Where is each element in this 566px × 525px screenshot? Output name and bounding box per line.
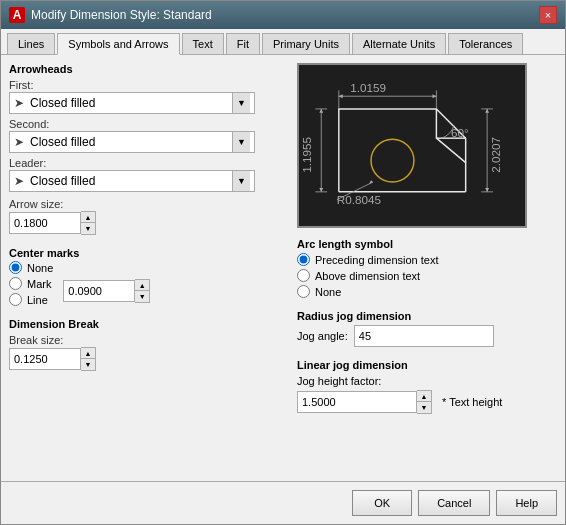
tab-bar: Lines Symbols and Arrows Text Fit Primar…: [1, 29, 565, 55]
help-button[interactable]: Help: [496, 490, 557, 516]
close-button[interactable]: ×: [539, 6, 557, 24]
arrow-size-input[interactable]: 0.1800: [9, 212, 81, 234]
jog-height-down[interactable]: ▼: [417, 402, 431, 413]
break-size-input-group: 0.1250 ▲ ▼: [9, 347, 289, 371]
second-arrow-icon: ➤: [14, 135, 24, 149]
dimension-break-section: Dimension Break Break size: 0.1250 ▲ ▼: [9, 318, 289, 371]
app-icon: A: [9, 7, 25, 23]
svg-text:R0.8045: R0.8045: [337, 193, 382, 206]
leader-label: Leader:: [9, 157, 289, 169]
break-size-label: Break size:: [9, 334, 289, 346]
center-none-radio[interactable]: [9, 261, 22, 274]
center-line-row: Line: [9, 293, 53, 306]
dimension-break-label: Dimension Break: [9, 318, 289, 330]
center-mark-label: Mark: [27, 278, 51, 290]
radius-jog-section: Radius jog dimension Jog angle: 45: [297, 310, 557, 347]
jog-angle-input[interactable]: 45: [354, 325, 494, 347]
footer: OK Cancel Help: [1, 481, 565, 524]
arc-length-label: Arc length symbol: [297, 238, 557, 250]
arc-above-label: Above dimension text: [315, 270, 420, 282]
arc-preceding-radio[interactable]: [297, 253, 310, 266]
center-mark-radio[interactable]: [9, 277, 22, 290]
center-value-spinner: ▲ ▼: [135, 279, 150, 303]
break-size-input[interactable]: 0.1250: [9, 348, 81, 370]
arrow-size-spinner: ▲ ▼: [81, 211, 96, 235]
preview-svg: 1.0159 1.1955 2.0207 R0.8045 60°: [299, 65, 525, 226]
break-size-spinner: ▲ ▼: [81, 347, 96, 371]
linear-jog-section: Linear jog dimension Jog height factor: …: [297, 359, 557, 414]
arc-above-radio[interactable]: [297, 269, 310, 282]
center-value-group: 0.0900 ▲ ▼: [63, 279, 150, 303]
svg-text:1.1955: 1.1955: [300, 136, 313, 172]
leader-dropdown-btn[interactable]: ▼: [232, 171, 250, 191]
jog-height-input-row: 1.5000 ▲ ▼ * Text height: [297, 390, 557, 414]
arc-none-radio[interactable]: [297, 285, 310, 298]
jog-height-input[interactable]: 1.5000: [297, 391, 417, 413]
first-select[interactable]: ➤ Closed filled ▼: [9, 92, 255, 114]
first-label: First:: [9, 79, 289, 91]
first-select-value: ➤ Closed filled: [14, 96, 95, 110]
arc-length-radio-group: Preceding dimension text Above dimension…: [297, 253, 557, 298]
center-marks-row: None Mark Line 0.0900: [9, 261, 289, 306]
center-input-side: 0.0900 ▲ ▼: [63, 279, 150, 303]
linear-jog-label: Linear jog dimension: [297, 359, 557, 371]
arc-preceding-row: Preceding dimension text: [297, 253, 557, 266]
tab-text[interactable]: Text: [182, 33, 224, 54]
second-select-row: ➤ Closed filled ▼: [9, 131, 289, 153]
second-dropdown-btn[interactable]: ▼: [232, 132, 250, 152]
leader-arrow-icon: ➤: [14, 174, 24, 188]
leader-field-group: Leader: ➤ Closed filled ▼: [9, 157, 289, 192]
tab-primary-units[interactable]: Primary Units: [262, 33, 350, 54]
center-marks-radio-group: None Mark Line: [9, 261, 53, 306]
radius-jog-label: Radius jog dimension: [297, 310, 557, 322]
first-select-row: ➤ Closed filled ▼: [9, 92, 289, 114]
leader-select-row: ➤ Closed filled ▼: [9, 170, 289, 192]
center-marks-label: Center marks: [9, 247, 289, 259]
jog-height-input-group: 1.5000 ▲ ▼: [297, 390, 432, 414]
center-value-input[interactable]: 0.0900: [63, 280, 135, 302]
tab-tolerances[interactable]: Tolerances: [448, 33, 523, 54]
arrow-size-input-group: 0.1800 ▲ ▼: [9, 211, 289, 235]
arc-none-label: None: [315, 286, 341, 298]
arc-above-row: Above dimension text: [297, 269, 557, 282]
title-bar-left: A Modify Dimension Style: Standard: [9, 7, 212, 23]
break-size-group: Break size: 0.1250 ▲ ▼: [9, 334, 289, 371]
arrowheads-section: Arrowheads First: ➤ Closed filled ▼: [9, 63, 289, 235]
jog-height-up[interactable]: ▲: [417, 391, 431, 402]
jog-height-label: Jog height factor:: [297, 375, 381, 387]
window-title: Modify Dimension Style: Standard: [31, 8, 212, 22]
second-label: Second:: [9, 118, 289, 130]
break-size-up[interactable]: ▲: [81, 348, 95, 359]
leader-select[interactable]: ➤ Closed filled ▼: [9, 170, 255, 192]
arc-none-row: None: [297, 285, 557, 298]
left-panel: Arrowheads First: ➤ Closed filled ▼: [9, 63, 289, 473]
cancel-button[interactable]: Cancel: [418, 490, 490, 516]
tab-symbols-arrows[interactable]: Symbols and Arrows: [57, 33, 179, 55]
leader-select-value: ➤ Closed filled: [14, 174, 95, 188]
svg-text:1.0159: 1.0159: [350, 81, 386, 94]
center-value-down[interactable]: ▼: [135, 291, 149, 302]
jog-angle-row: Jog angle: 45: [297, 325, 557, 347]
second-select[interactable]: ➤ Closed filled ▼: [9, 131, 255, 153]
center-value-up[interactable]: ▲: [135, 280, 149, 291]
svg-text:2.0207: 2.0207: [489, 137, 502, 173]
tab-alternate-units[interactable]: Alternate Units: [352, 33, 446, 54]
first-field-group: First: ➤ Closed filled ▼: [9, 79, 289, 114]
second-select-value: ➤ Closed filled: [14, 135, 95, 149]
arc-preceding-label: Preceding dimension text: [315, 254, 439, 266]
break-size-down[interactable]: ▼: [81, 359, 95, 370]
tab-fit[interactable]: Fit: [226, 33, 260, 54]
center-line-label: Line: [27, 294, 48, 306]
center-line-radio[interactable]: [9, 293, 22, 306]
jog-height-spinner: ▲ ▼: [417, 390, 432, 414]
ok-button[interactable]: OK: [352, 490, 412, 516]
center-mark-row: Mark: [9, 277, 53, 290]
jog-angle-label: Jog angle:: [297, 330, 348, 342]
center-none-label: None: [27, 262, 53, 274]
first-arrow-icon: ➤: [14, 96, 24, 110]
tab-lines[interactable]: Lines: [7, 33, 55, 54]
arrow-size-up[interactable]: ▲: [81, 212, 95, 223]
first-dropdown-btn[interactable]: ▼: [232, 93, 250, 113]
arrow-size-down[interactable]: ▼: [81, 223, 95, 234]
text-height-label: * Text height: [442, 396, 502, 408]
